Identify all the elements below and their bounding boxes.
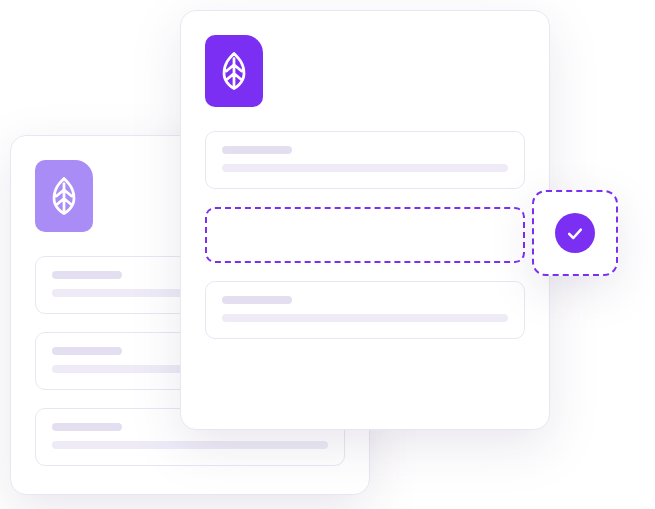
placeholder-line-short [222,146,292,154]
placeholder-line-long [222,314,508,322]
document-card-front [180,10,550,430]
leaf-document-icon [205,35,263,107]
placeholder-row [205,281,525,339]
placeholder-line-short [222,296,292,304]
placeholder-line-short [52,347,122,355]
placeholder-row [205,131,525,189]
checkmark-icon [565,223,585,243]
verification-badge[interactable] [532,190,618,276]
placeholder-line-short [52,271,122,279]
placeholder-line-long [52,441,328,449]
leaf-icon [219,51,249,91]
drop-target-row[interactable] [205,207,525,263]
checkmark-circle [555,213,595,253]
placeholder-line-long [222,164,508,172]
leaf-document-icon [35,160,93,232]
placeholder-line-short [52,423,122,431]
leaf-icon [49,176,79,216]
